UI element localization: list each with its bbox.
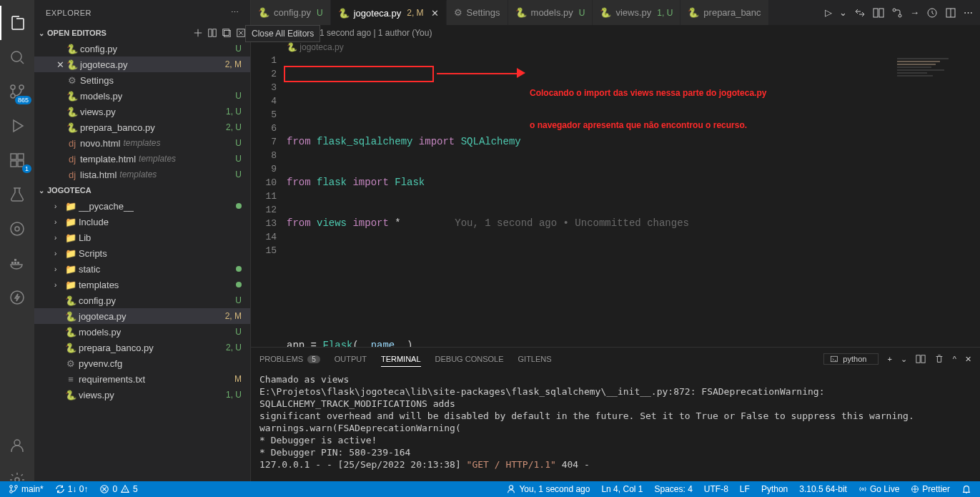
terminal-dropdown-icon[interactable]: ⌄: [901, 355, 907, 364]
chevron-right-icon: ›: [54, 281, 61, 289]
save-all-icon[interactable]: [222, 28, 232, 38]
svg-point-8: [11, 222, 24, 235]
file-item[interactable]: 🐍views.py1, U: [34, 387, 250, 403]
interpreter-status[interactable]: 3.10.5 64-bit: [796, 484, 850, 494]
encoding-status[interactable]: UTF-8: [701, 484, 731, 494]
arrow-right-icon[interactable]: →: [910, 7, 919, 18]
svg-rect-22: [873, 9, 878, 17]
editor-tab[interactable]: 🐍jogoteca.py2, M✕: [331, 0, 447, 25]
chevron-right-icon: ›: [54, 202, 61, 210]
svg-rect-5: [18, 154, 24, 159]
open-editors-header[interactable]: ⌄ OPEN EDITORS: [34, 25, 250, 41]
editor-tab[interactable]: ⚙Settings: [447, 0, 508, 25]
toggle-layout-icon[interactable]: [207, 28, 217, 38]
open-editor-item[interactable]: ⚙Settings: [34, 72, 250, 88]
new-terminal-icon[interactable]: +: [887, 355, 891, 363]
compare-icon[interactable]: [854, 7, 866, 19]
tab-debug-console[interactable]: DEBUG CONSOLE: [435, 352, 504, 366]
open-editor-item[interactable]: 🐍views.py1, U: [34, 104, 250, 119]
folder-item[interactable]: ›📁Lib: [34, 230, 250, 245]
svg-point-32: [10, 491, 13, 493]
svg-point-25: [899, 14, 901, 17]
thunder-icon[interactable]: [0, 280, 34, 315]
explorer-icon[interactable]: [0, 6, 34, 40]
folder-item[interactable]: ›📁templates: [34, 277, 250, 292]
tab-terminal[interactable]: TERMINAL: [381, 352, 421, 367]
open-editor-item[interactable]: djlista.htmltemplatesU: [34, 167, 250, 182]
python-icon: 🐍: [600, 7, 611, 18]
open-editor-item[interactable]: ✕🐍jogoteca.py2, M: [34, 56, 250, 72]
git-icon[interactable]: [891, 7, 903, 19]
file-item[interactable]: ≡requirements.txtM: [34, 371, 250, 387]
indentation-status[interactable]: Spaces: 4: [651, 484, 695, 494]
editor-tab[interactable]: 🐍models.pyU: [508, 0, 593, 25]
tab-problems[interactable]: PROBLEMS 5: [259, 352, 320, 366]
source-control-icon[interactable]: 865: [0, 74, 34, 109]
minimap[interactable]: [894, 56, 980, 121]
eol-status[interactable]: LF: [737, 484, 753, 494]
clock-icon[interactable]: [926, 7, 938, 19]
file-item[interactable]: ⚙pyvenv.cfg: [34, 355, 250, 371]
new-file-icon[interactable]: [193, 28, 203, 38]
open-editor-item[interactable]: djnovo.htmltemplatesU: [34, 135, 250, 151]
editor-tab[interactable]: 🐍config.pyU: [251, 0, 331, 25]
account-icon[interactable]: [0, 428, 34, 463]
file-item[interactable]: 🐍config.pyU: [34, 292, 250, 308]
editor-tab[interactable]: 🐍prepara_banc: [680, 0, 768, 25]
svg-rect-4: [11, 154, 16, 159]
errors-status[interactable]: 0 5: [96, 484, 140, 494]
more-icon[interactable]: ⋯: [964, 7, 973, 18]
gitlens-icon[interactable]: [0, 212, 34, 246]
open-editor-item[interactable]: 🐍models.pyU: [34, 88, 250, 104]
editor-tab[interactable]: 🐍views.py1, U: [593, 0, 680, 25]
prettier-status[interactable]: Prettier: [908, 484, 953, 494]
code-content[interactable]: 🐍 jogoteca.py from flask_sqlalchemy impo…: [287, 41, 980, 347]
folder-item[interactable]: ›📁Scripts: [34, 245, 250, 261]
branch-status[interactable]: main*: [6, 484, 46, 494]
gear-icon: ⚙: [66, 75, 79, 86]
notifications-icon[interactable]: [959, 484, 974, 494]
close-panel-icon[interactable]: ✕: [965, 355, 971, 364]
editor-body[interactable]: 123456789101112131415 🐍 jogoteca.py from…: [251, 41, 980, 347]
file-item[interactable]: 🐍jogoteca.py2, M: [34, 308, 250, 324]
blame-status[interactable]: You, 1 second ago: [503, 484, 593, 494]
layout-icon[interactable]: [945, 7, 956, 19]
extensions-icon[interactable]: 1: [0, 143, 34, 177]
close-all-icon[interactable]: [236, 28, 246, 38]
python-icon: 🐍: [66, 122, 79, 133]
open-editor-item[interactable]: 🐍prepara_banco.py2, U: [34, 119, 250, 135]
maximize-panel-icon[interactable]: ^: [953, 355, 956, 363]
cursor-position[interactable]: Ln 4, Col 1: [598, 484, 645, 494]
run-debug-icon[interactable]: [0, 109, 34, 143]
folder-item[interactable]: ›📁Include: [34, 214, 250, 230]
tab-gitlens[interactable]: GITLENS: [518, 352, 552, 366]
workspace-header[interactable]: ⌄ JOGOTECA: [34, 182, 250, 198]
folder-icon: 📁: [64, 264, 77, 275]
terminal-select[interactable]: python: [823, 353, 878, 365]
chevron-right-icon: ›: [54, 250, 61, 257]
python-icon: 🐍: [64, 311, 77, 322]
close-icon[interactable]: ✕: [54, 59, 66, 70]
run-dropdown-icon[interactable]: ⌄: [839, 7, 847, 18]
docker-icon[interactable]: [0, 246, 34, 280]
file-item[interactable]: 🐍prepara_banco.py2, U: [34, 340, 250, 355]
split-editor-icon[interactable]: [873, 7, 884, 19]
breadcrumb[interactable]: Close All Editors 1 second ago | 1 autho…: [251, 25, 980, 41]
run-icon[interactable]: ▷: [825, 7, 832, 18]
open-editor-item[interactable]: 🐍config.pyU: [34, 41, 250, 56]
folder-item[interactable]: ›📁__pycache__: [34, 198, 250, 214]
close-icon[interactable]: ✕: [431, 8, 439, 19]
file-item[interactable]: 🐍models.pyU: [34, 324, 250, 340]
search-icon[interactable]: [0, 40, 34, 74]
testing-icon[interactable]: [0, 177, 34, 212]
kill-terminal-icon[interactable]: [934, 354, 944, 364]
go-live-button[interactable]: Go Live: [856, 484, 902, 494]
folder-item[interactable]: ›📁static: [34, 261, 250, 277]
split-terminal-icon[interactable]: [916, 354, 926, 364]
terminal-output[interactable]: Chamado as views E:\Projetos\flask\jogot…: [251, 370, 980, 497]
language-status[interactable]: Python: [758, 484, 791, 494]
open-editor-item[interactable]: djtemplate.htmltemplatesU: [34, 151, 250, 167]
explorer-more-icon[interactable]: ⋯: [231, 8, 239, 17]
tab-output[interactable]: OUTPUT: [335, 352, 367, 366]
sync-status[interactable]: 1↓ 0↑: [52, 484, 91, 494]
